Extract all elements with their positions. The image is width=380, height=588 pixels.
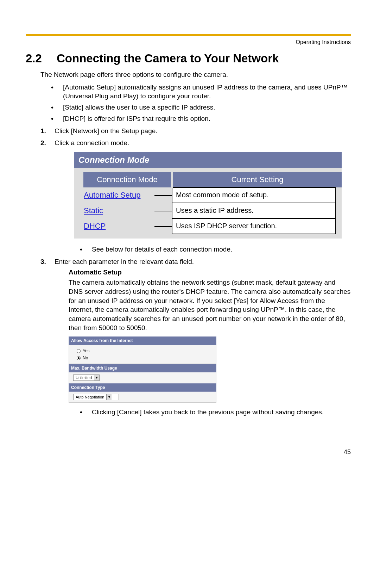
step2-note: See below for details of each connection…: [76, 245, 351, 254]
leader-line: [156, 218, 172, 234]
intro-paragraph: The Network page offers three options to…: [40, 70, 351, 79]
leader-line: [156, 203, 172, 218]
leader-line: [156, 187, 172, 203]
step-3: Enter each parameter in the relevant dat…: [40, 257, 351, 417]
chevron-down-icon: ▼: [94, 375, 99, 380]
option-item: [Static] allows the user to use a specif…: [47, 103, 351, 112]
radio-yes[interactable]: [77, 349, 81, 353]
bandwidth-dropdown[interactable]: Unlimited ▼: [73, 375, 100, 381]
page-number: 45: [26, 448, 351, 456]
option-item: [Automatic Setup] automatically assigns …: [47, 83, 351, 101]
bandwidth-value: Unlimited: [74, 375, 94, 380]
callout-static: Uses a static IP address.: [172, 203, 335, 218]
section-heading: 2.2Connecting the Camera to Your Network: [26, 52, 351, 65]
allow-access-header: Allow Access from the Internet: [69, 336, 216, 345]
running-header: Operating Instructions: [26, 39, 351, 45]
options-list: [Automatic Setup] automatically assigns …: [47, 83, 351, 123]
callout-dhcp: Uses ISP DHCP server function.: [172, 218, 335, 234]
max-bandwidth-header: Max. Bandwidth Usage: [69, 364, 216, 372]
link-static[interactable]: Static: [84, 206, 103, 215]
chevron-down-icon: ▼: [106, 394, 112, 400]
automatic-setup-paragraph: The camera automatically obtains the net…: [69, 278, 351, 332]
connection-mode-title: Connection Mode: [74, 152, 342, 168]
link-automatic-setup[interactable]: Automatic Setup: [84, 191, 140, 199]
callout-automatic: Most common mode of setup.: [172, 187, 335, 203]
radio-yes-label: Yes: [83, 348, 90, 353]
steps-list: Click [Network] on the Setup page. Click…: [40, 126, 351, 417]
step2-notes: See below for details of each connection…: [76, 245, 351, 254]
connection-type-header: Connection Type: [69, 383, 216, 392]
connection-type-dropdown[interactable]: Auto Negotiation ▼: [73, 394, 119, 400]
automatic-setup-heading: Automatic Setup: [69, 268, 351, 277]
radio-no[interactable]: [77, 356, 81, 360]
conn-col-current: Current Setting: [172, 172, 342, 187]
step-2: Click a connection mode. Connection Mode…: [40, 138, 351, 254]
step-2-text: Click a connection mode.: [55, 139, 129, 147]
step-3-text: Enter each parameter in the relevant dat…: [55, 258, 194, 265]
conn-col-mode: Connection Mode: [83, 172, 172, 187]
link-dhcp[interactable]: DHCP: [84, 222, 106, 230]
section-number: 2.2: [26, 52, 57, 65]
top-rule: [26, 34, 351, 36]
cancel-note: Clicking [Cancel] takes you back to the …: [76, 408, 351, 417]
connection-mode-figure: Connection Mode Connection Mode Current …: [74, 152, 342, 238]
option-item: [DHCP] is offered for ISPs that require …: [47, 114, 351, 123]
connection-type-value: Auto Negotiation: [74, 395, 106, 400]
settings-figure: Allow Access from the Internet Yes No Ma…: [69, 336, 216, 403]
radio-no-label: No: [83, 355, 88, 360]
cancel-notes: Clicking [Cancel] takes you back to the …: [76, 408, 351, 417]
section-title-text: Connecting the Camera to Your Network: [57, 52, 279, 65]
step-1: Click [Network] on the Setup page.: [40, 126, 351, 136]
